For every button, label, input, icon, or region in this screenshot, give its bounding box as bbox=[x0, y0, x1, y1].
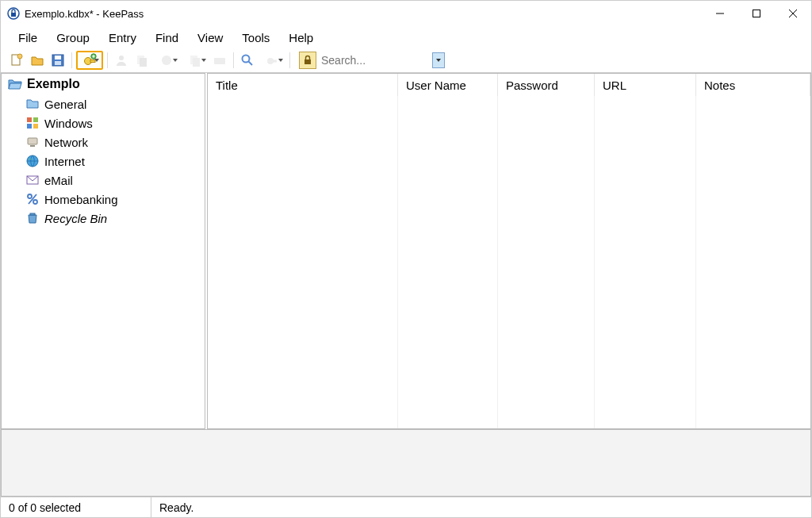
tree-root-label: Exemplo bbox=[27, 77, 80, 91]
tree-node-label: General bbox=[44, 98, 86, 111]
titlebar: Exemplo.kdbx* - KeePass bbox=[1, 1, 811, 26]
svg-point-7 bbox=[17, 54, 22, 59]
statusbar: 0 of 0 selected Ready. bbox=[1, 497, 811, 517]
svg-line-36 bbox=[29, 194, 36, 204]
copy-username-button[interactable] bbox=[112, 51, 131, 70]
toolbar-separator bbox=[289, 52, 290, 68]
save-database-button[interactable] bbox=[48, 51, 67, 70]
windows-icon bbox=[25, 116, 40, 130]
globe-icon bbox=[25, 154, 40, 168]
mail-icon bbox=[25, 173, 40, 187]
svg-line-22 bbox=[249, 62, 253, 66]
window-title: Exemplo.kdbx* - KeePass bbox=[25, 8, 144, 20]
menu-file[interactable]: File bbox=[10, 28, 45, 48]
column-header-notes[interactable]: Notes bbox=[696, 74, 810, 96]
svg-point-23 bbox=[267, 58, 274, 64]
svg-point-34 bbox=[28, 194, 32, 198]
add-entry-button[interactable] bbox=[76, 51, 103, 70]
menu-group[interactable]: Group bbox=[48, 28, 98, 48]
column-header-username[interactable]: User Name bbox=[398, 74, 498, 96]
svg-rect-24 bbox=[273, 60, 277, 63]
svg-point-21 bbox=[243, 56, 250, 63]
svg-rect-31 bbox=[30, 145, 35, 147]
svg-rect-3 bbox=[753, 10, 760, 17]
maximize-button[interactable] bbox=[738, 1, 775, 26]
svg-rect-16 bbox=[140, 58, 147, 67]
search-input[interactable] bbox=[320, 52, 431, 69]
app-lock-icon bbox=[7, 7, 20, 20]
svg-rect-12 bbox=[90, 60, 95, 63]
svg-rect-30 bbox=[28, 138, 37, 144]
percent-icon bbox=[25, 192, 40, 206]
status-selection: 0 of 0 selected bbox=[1, 497, 151, 517]
svg-rect-26 bbox=[27, 117, 32, 122]
svg-rect-1 bbox=[11, 13, 16, 17]
toolbar bbox=[1, 48, 811, 72]
tree-node-homebanking[interactable]: Homebanking bbox=[2, 190, 205, 209]
svg-rect-27 bbox=[33, 117, 38, 122]
network-icon bbox=[25, 135, 40, 149]
folder-icon bbox=[25, 97, 40, 111]
svg-rect-19 bbox=[193, 58, 200, 67]
entry-list-header: Title User Name Password URL Notes bbox=[208, 74, 810, 96]
svg-point-14 bbox=[119, 56, 124, 60]
svg-rect-29 bbox=[33, 124, 38, 129]
tree-node-recyclebin[interactable]: Recycle Bin bbox=[2, 209, 205, 228]
tree-node-label: Homebanking bbox=[44, 193, 118, 206]
svg-rect-10 bbox=[55, 61, 61, 65]
column-header-url[interactable]: URL bbox=[595, 74, 696, 96]
toolbar-separator bbox=[71, 52, 72, 68]
new-database-button[interactable] bbox=[7, 51, 26, 70]
close-button[interactable] bbox=[775, 1, 811, 26]
menu-entry[interactable]: Entry bbox=[101, 28, 144, 48]
svg-point-17 bbox=[162, 56, 171, 65]
copy-password-button[interactable] bbox=[132, 51, 151, 70]
copy-url-button[interactable] bbox=[182, 51, 209, 70]
entry-list[interactable]: Title User Name Password URL Notes bbox=[207, 73, 811, 429]
menubar: File Group Entry Find View Tools Help bbox=[1, 26, 811, 48]
column-header-title[interactable]: Title bbox=[208, 74, 398, 96]
tree-node-label: eMail bbox=[44, 174, 73, 187]
tree-node-email[interactable]: eMail bbox=[2, 171, 205, 190]
lock-workspace-button[interactable] bbox=[299, 52, 316, 69]
find-button[interactable] bbox=[238, 51, 257, 70]
svg-point-35 bbox=[33, 200, 37, 204]
svg-rect-25 bbox=[304, 59, 311, 64]
show-entries-button[interactable] bbox=[259, 51, 285, 70]
minimize-button[interactable] bbox=[702, 1, 738, 26]
tree-root[interactable]: Exemplo bbox=[2, 74, 205, 94]
group-tree[interactable]: Exemplo General Windows Network Internet bbox=[1, 73, 205, 429]
toolbar-separator bbox=[107, 52, 108, 68]
tree-node-network[interactable]: Network bbox=[2, 132, 205, 152]
search-options-dropdown[interactable] bbox=[432, 52, 445, 68]
status-state: Ready. bbox=[151, 497, 201, 517]
open-url-button[interactable] bbox=[153, 51, 180, 70]
tree-node-windows[interactable]: Windows bbox=[2, 113, 205, 132]
column-header-password[interactable]: Password bbox=[498, 74, 595, 96]
folder-open-icon bbox=[8, 77, 22, 91]
toolbar-separator bbox=[233, 52, 234, 68]
trash-icon bbox=[25, 211, 40, 225]
entry-list-body[interactable] bbox=[208, 96, 810, 428]
tree-node-label: Network bbox=[44, 136, 88, 149]
tree-node-internet[interactable]: Internet bbox=[2, 152, 205, 171]
tree-node-general[interactable]: General bbox=[2, 94, 205, 113]
tree-node-label: Internet bbox=[44, 155, 85, 168]
tree-node-label: Windows bbox=[44, 117, 93, 130]
svg-rect-37 bbox=[30, 213, 35, 215]
menu-find[interactable]: Find bbox=[147, 28, 186, 48]
tree-node-label: Recycle Bin bbox=[44, 212, 107, 225]
menu-view[interactable]: View bbox=[190, 28, 231, 48]
open-database-button[interactable] bbox=[28, 51, 47, 70]
svg-rect-9 bbox=[55, 56, 61, 59]
svg-rect-28 bbox=[27, 124, 32, 129]
menu-help[interactable]: Help bbox=[281, 28, 321, 48]
autotype-button[interactable] bbox=[210, 51, 229, 70]
entry-details-pane bbox=[1, 429, 811, 497]
svg-rect-20 bbox=[214, 58, 225, 64]
menu-tools[interactable]: Tools bbox=[234, 28, 278, 48]
